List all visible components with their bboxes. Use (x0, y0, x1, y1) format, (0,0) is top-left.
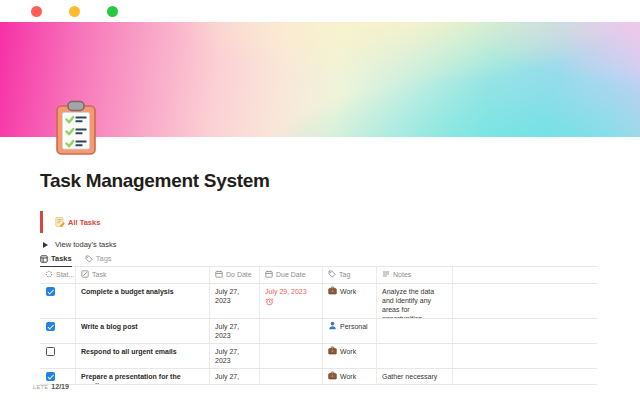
toggle-triangle-icon (43, 242, 48, 248)
tag-icon (85, 255, 93, 263)
notion-window: Task Management System All Tasks View to… (0, 0, 640, 400)
table-doc-icon (40, 255, 48, 263)
minimize-button[interactable] (69, 6, 80, 17)
status-cell[interactable] (40, 369, 76, 384)
do-date-cell[interactable]: July 27, 2023 (210, 284, 260, 318)
tab-tags[interactable]: Tags (85, 254, 112, 266)
tag-cell[interactable]: Work (323, 344, 377, 368)
status-icon (45, 270, 53, 280)
tag-label: Personal (340, 322, 368, 331)
do-date-value: July 27, 2023 (215, 323, 239, 339)
callout-label: All Tasks (68, 218, 100, 227)
notes-text: Gather necessary (382, 373, 437, 380)
notes-cell[interactable] (377, 319, 453, 343)
calc-value: 12/19 (51, 383, 69, 390)
tag-label: Work (340, 287, 356, 296)
due-date-cell[interactable]: July 29, 2023 (260, 284, 323, 318)
do-date-value: July 27, (215, 373, 239, 380)
window-titlebar (0, 0, 640, 22)
due-date-cell[interactable] (260, 369, 323, 384)
task-title: Write a blog post (81, 323, 138, 330)
task-title: Prepare a presentation for the meeting (81, 373, 181, 384)
task-cell[interactable]: Write a blog post (76, 319, 210, 343)
do-date-value: July 27, 2023 (215, 348, 239, 364)
column-header-notes[interactable]: Notes (377, 266, 453, 283)
task-cell[interactable]: Prepare a presentation for the meeting (76, 369, 210, 384)
task-checkbox[interactable] (46, 322, 55, 331)
table-row: Prepare a presentation for the meeting J… (40, 369, 597, 385)
column-header-do-date[interactable]: Do Date (210, 266, 260, 283)
toggle-view-todays-tasks[interactable]: View today’s tasks (43, 240, 116, 249)
empty-cell[interactable] (453, 284, 597, 318)
toggle-label: View today’s tasks (55, 240, 116, 249)
person-icon (328, 322, 337, 332)
task-cell[interactable]: Respond to all urgent emails (76, 344, 210, 368)
tab-tasks-label: Tasks (51, 254, 72, 263)
column-header-due-date[interactable]: Due Date (260, 266, 323, 283)
text-lines-icon (382, 270, 390, 280)
tag-cell[interactable]: Work (323, 284, 377, 318)
tag-cell[interactable]: Work (323, 369, 377, 384)
calc-label: LETE (33, 384, 48, 390)
task-checkbox[interactable] (46, 287, 55, 296)
status-cell[interactable] (40, 344, 76, 368)
do-date-cell[interactable]: July 27, (210, 369, 260, 384)
alarm-clock-icon (265, 297, 317, 308)
table-row: Respond to all urgent emails July 27, 20… (40, 344, 597, 369)
notes-cell[interactable]: Analyze the data and identify any areas … (377, 284, 453, 318)
view-tabs: Tasks Tags (40, 251, 597, 267)
zoom-button[interactable] (107, 6, 118, 17)
close-button[interactable] (31, 6, 42, 17)
briefcase-icon (328, 372, 337, 382)
briefcase-icon (328, 347, 337, 357)
tag-icon (328, 270, 336, 280)
briefcase-icon (328, 287, 337, 297)
column-label: Tag (339, 270, 350, 279)
notes-text: Analyze the data and identify any areas … (382, 288, 434, 318)
due-date-value: July 29, 2023 (265, 287, 317, 296)
column-label: Due Date (276, 270, 306, 279)
do-date-value: July 27, 2023 (215, 288, 239, 304)
clipboard-page-icon[interactable] (54, 99, 98, 157)
notes-cell[interactable]: Gather necessary (377, 369, 453, 384)
column-label: Do Date (226, 270, 252, 279)
tag-label: Work (340, 347, 356, 356)
task-title: Respond to all urgent emails (81, 348, 177, 355)
column-header-status[interactable]: Stat... (40, 266, 76, 283)
status-cell[interactable] (40, 284, 76, 318)
table-footer-calc[interactable]: LETE 12/19 (33, 383, 69, 390)
table-row: Write a blog post July 27, 2023 Personal (40, 319, 597, 344)
empty-cell[interactable] (453, 319, 597, 343)
memo-icon (55, 213, 65, 231)
due-date-cell[interactable] (260, 319, 323, 343)
pencil-icon (81, 270, 89, 280)
task-checkbox[interactable] (46, 347, 55, 356)
table-row: Complete a budget analysis July 27, 2023… (40, 284, 597, 319)
do-date-cell[interactable]: July 27, 2023 (210, 344, 260, 368)
table-header-row: Stat... Task Do Date Due Date Tag Notes (40, 266, 597, 284)
column-label: Task (92, 270, 106, 279)
task-cell[interactable]: Complete a budget analysis (76, 284, 210, 318)
tag-label: Work (340, 372, 356, 381)
due-date-cell[interactable] (260, 344, 323, 368)
page-title[interactable]: Task Management System (40, 170, 270, 192)
calendar-icon (265, 270, 273, 280)
empty-cell[interactable] (453, 369, 597, 384)
calendar-icon (215, 270, 223, 280)
tag-cell[interactable]: Personal (323, 319, 377, 343)
column-label: Notes (393, 270, 411, 279)
task-title: Complete a budget analysis (81, 288, 174, 295)
column-header-empty[interactable] (453, 266, 597, 283)
tab-tags-label: Tags (96, 254, 112, 263)
do-date-cell[interactable]: July 27, 2023 (210, 319, 260, 343)
status-cell[interactable] (40, 319, 76, 343)
tasks-table: Stat... Task Do Date Due Date Tag Notes (40, 266, 597, 385)
empty-cell[interactable] (453, 344, 597, 368)
notes-cell[interactable] (377, 344, 453, 368)
column-header-task[interactable]: Task (76, 266, 210, 283)
all-tasks-callout[interactable]: All Tasks (40, 211, 100, 233)
table-body: Complete a budget analysis July 27, 2023… (40, 284, 597, 385)
task-checkbox[interactable] (46, 372, 55, 381)
column-header-tag[interactable]: Tag (323, 266, 377, 283)
column-label: Stat... (56, 270, 74, 279)
